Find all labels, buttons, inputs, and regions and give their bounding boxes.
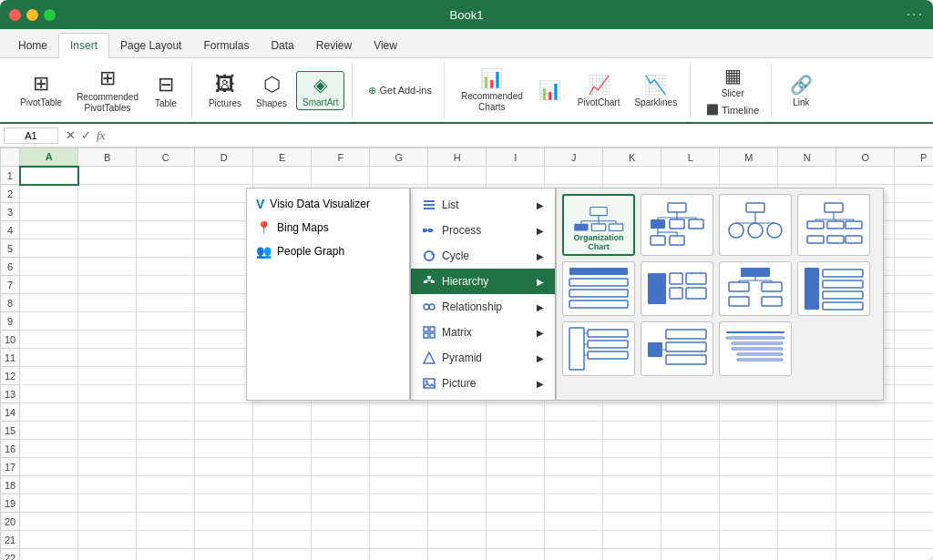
cell-K19[interactable]	[603, 494, 661, 513]
cell-J21[interactable]	[545, 531, 603, 549]
timeline-button[interactable]: ⬛ Timeline	[702, 102, 764, 117]
cell-O15[interactable]	[836, 422, 895, 440]
org-chart-item[interactable]: Organization Chart	[562, 194, 635, 256]
col-header-O[interactable]: O	[836, 148, 895, 167]
cell-D21[interactable]	[195, 531, 253, 549]
cell-G20[interactable]	[370, 513, 428, 531]
row-header-20[interactable]: 20	[1, 513, 20, 531]
recommended-pivot-button[interactable]: ⊞ RecommendedPivotTables	[71, 65, 144, 116]
cell-D19[interactable]	[195, 494, 253, 513]
hier-chart-3[interactable]	[719, 194, 792, 256]
hier-chart-10[interactable]	[641, 321, 713, 376]
cell-D17[interactable]	[195, 458, 253, 476]
smartart-button[interactable]: ◈ SmartArt	[296, 71, 344, 110]
cell-I20[interactable]	[487, 513, 545, 531]
cell-L15[interactable]	[661, 422, 720, 440]
cell-C20[interactable]	[137, 513, 195, 531]
cell-G18[interactable]	[370, 476, 428, 494]
col-header-H[interactable]: H	[428, 148, 487, 167]
cell-P20[interactable]	[895, 513, 933, 531]
cell-N16[interactable]	[778, 440, 836, 458]
col-header-D[interactable]: D	[195, 148, 253, 167]
pivot-table-button[interactable]: ⊞ PivotTable	[15, 70, 67, 110]
hier-chart-6[interactable]	[641, 261, 713, 316]
cell-H1[interactable]	[428, 167, 487, 185]
cell-A12[interactable]	[20, 367, 78, 385]
row-header-16[interactable]: 16	[1, 440, 20, 458]
cell-M22[interactable]	[720, 549, 778, 561]
cell-N19[interactable]	[778, 494, 836, 513]
cell-H19[interactable]	[428, 494, 487, 513]
cell-E1[interactable]	[253, 167, 312, 185]
cell-P8[interactable]	[895, 294, 933, 312]
cell-D3[interactable]	[195, 203, 253, 221]
cell-B1[interactable]	[78, 167, 137, 185]
shapes-button[interactable]: ⬡ Shapes	[251, 71, 292, 110]
cell-O22[interactable]	[836, 549, 895, 561]
cell-A17[interactable]	[20, 458, 78, 476]
cell-P17[interactable]	[895, 458, 933, 476]
cell-P3[interactable]	[895, 203, 933, 221]
tab-page-layout[interactable]: Page Layout	[109, 34, 192, 57]
row-header-1[interactable]: 1	[1, 167, 20, 185]
cell-K21[interactable]	[603, 531, 661, 549]
cell-D1[interactable]	[195, 167, 253, 185]
row-header-22[interactable]: 22	[1, 549, 20, 561]
col-header-N[interactable]: N	[778, 148, 836, 167]
bing-maps-item[interactable]: 📍 Bing Maps	[247, 216, 409, 239]
cell-C2[interactable]	[137, 185, 195, 203]
cell-D6[interactable]	[195, 258, 253, 276]
cell-E17[interactable]	[253, 458, 312, 476]
cell-A18[interactable]	[20, 476, 78, 494]
cell-B16[interactable]	[78, 440, 137, 458]
cell-N1[interactable]	[778, 167, 836, 185]
cell-L14[interactable]	[661, 403, 720, 422]
col-header-J[interactable]: J	[545, 148, 603, 167]
cell-O16[interactable]	[836, 440, 895, 458]
cell-I19[interactable]	[487, 494, 545, 513]
cell-K20[interactable]	[603, 513, 661, 531]
insert-function-icon[interactable]: fx	[97, 128, 105, 143]
cell-P9[interactable]	[895, 312, 933, 331]
cell-I22[interactable]	[487, 549, 545, 561]
cell-C19[interactable]	[137, 494, 195, 513]
cell-B2[interactable]	[78, 185, 137, 203]
cell-F15[interactable]	[312, 422, 370, 440]
cell-D2[interactable]	[195, 185, 253, 203]
cell-C14[interactable]	[137, 403, 195, 422]
cell-A8[interactable]	[20, 294, 78, 312]
cell-K22[interactable]	[603, 549, 661, 561]
cell-D8[interactable]	[195, 294, 253, 312]
col-header-F[interactable]: F	[312, 148, 370, 167]
cell-J17[interactable]	[545, 458, 603, 476]
cell-A11[interactable]	[20, 349, 78, 367]
cell-F1[interactable]	[312, 167, 370, 185]
cell-B22[interactable]	[78, 549, 137, 561]
cell-M19[interactable]	[720, 494, 778, 513]
cell-P21[interactable]	[895, 531, 933, 549]
cell-F16[interactable]	[312, 440, 370, 458]
cell-D16[interactable]	[195, 440, 253, 458]
close-button[interactable]	[9, 9, 21, 21]
cell-A4[interactable]	[20, 221, 78, 239]
cell-E16[interactable]	[253, 440, 312, 458]
cell-D9[interactable]	[195, 312, 253, 331]
cell-B6[interactable]	[78, 258, 137, 276]
cell-H22[interactable]	[428, 549, 487, 561]
cell-C6[interactable]	[137, 258, 195, 276]
cell-M14[interactable]	[720, 403, 778, 422]
hier-chart-5[interactable]	[562, 261, 635, 316]
cell-G22[interactable]	[370, 549, 428, 561]
col-header-L[interactable]: L	[661, 148, 720, 167]
cell-A14[interactable]	[20, 403, 78, 422]
cell-A16[interactable]	[20, 440, 78, 458]
hier-chart-8[interactable]	[797, 261, 870, 316]
cell-J16[interactable]	[545, 440, 603, 458]
cell-B3[interactable]	[78, 203, 137, 221]
cell-J15[interactable]	[545, 422, 603, 440]
cell-P15[interactable]	[895, 422, 933, 440]
cell-C3[interactable]	[137, 203, 195, 221]
cell-A19[interactable]	[20, 494, 78, 513]
cell-P4[interactable]	[895, 221, 933, 239]
tab-review[interactable]: Review	[305, 34, 363, 57]
